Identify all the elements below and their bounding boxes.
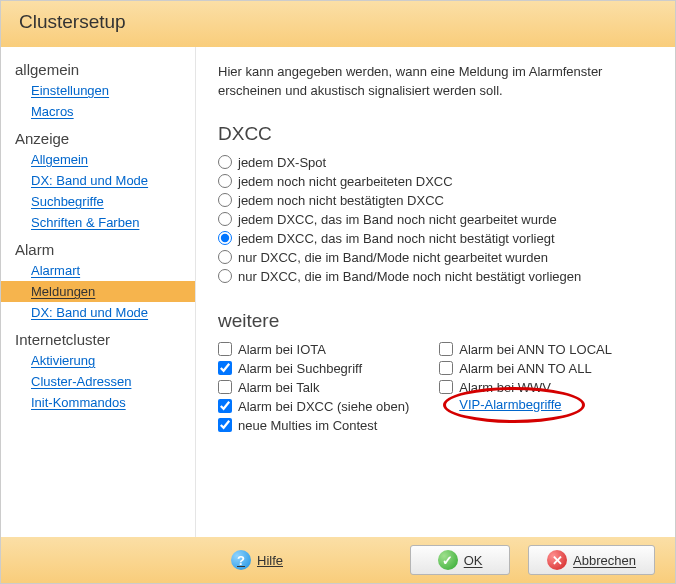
footer-bar: ? Hilfe ✓ OK ✕ Abbrechen xyxy=(1,537,675,583)
dxcc-option-label: jedem noch nicht bestätigten DXCC xyxy=(238,193,444,208)
sidebar-item[interactable]: Aktivierung xyxy=(1,350,195,371)
ok-label: OK xyxy=(464,553,483,568)
sidebar-group-label: Internetcluster xyxy=(1,323,195,350)
dxcc-option[interactable]: jedem noch nicht gearbeiteten DXCC xyxy=(218,172,649,191)
check-input[interactable] xyxy=(218,361,232,375)
dxcc-radio[interactable] xyxy=(218,231,232,245)
dxcc-radio[interactable] xyxy=(218,269,232,283)
dxcc-option-label: jedem noch nicht gearbeiteten DXCC xyxy=(238,174,453,189)
help-icon: ? xyxy=(231,550,251,570)
check-option[interactable]: Alarm bei DXCC (siehe oben) xyxy=(218,397,409,416)
window-title: Clustersetup xyxy=(1,1,675,47)
dxcc-option-label: nur DXCC, die im Band/Mode noch nicht be… xyxy=(238,269,581,284)
help-label: Hilfe xyxy=(257,553,283,568)
vip-alarmbegriffe-link[interactable]: VIP-Alarmbegriffe xyxy=(459,395,561,414)
dxcc-option-label: jedem DXCC, das im Band noch nicht gearb… xyxy=(238,212,557,227)
dxcc-radio[interactable] xyxy=(218,212,232,226)
weitere-title: weitere xyxy=(218,310,649,332)
sidebar: allgemeinEinstellungenMacrosAnzeigeAllge… xyxy=(1,47,196,537)
sidebar-item[interactable]: Suchbegriffe xyxy=(1,191,195,212)
dxcc-radio-group: jedem DX-Spotjedem noch nicht gearbeitet… xyxy=(218,153,649,286)
check-label: Alarm bei Talk xyxy=(238,380,319,395)
dxcc-radio[interactable] xyxy=(218,250,232,264)
intro-text: Hier kann angegeben werden, wann eine Me… xyxy=(218,63,649,101)
dxcc-option-label: jedem DXCC, das im Band noch nicht bestä… xyxy=(238,231,555,246)
check-input[interactable] xyxy=(439,380,453,394)
sidebar-group-label: Anzeige xyxy=(1,122,195,149)
dxcc-option-label: nur DXCC, die im Band/Mode nicht gearbei… xyxy=(238,250,548,265)
check-option[interactable]: Alarm bei WWV xyxy=(439,378,612,397)
check-option[interactable]: Alarm bei ANN TO LOCAL xyxy=(439,340,612,359)
check-option[interactable]: Alarm bei ANN TO ALL xyxy=(439,359,612,378)
dxcc-option[interactable]: jedem DXCC, das im Band noch nicht bestä… xyxy=(218,229,649,248)
sidebar-item[interactable]: Init-Kommandos xyxy=(1,392,195,413)
dxcc-option[interactable]: nur DXCC, die im Band/Mode noch nicht be… xyxy=(218,267,649,286)
checks-right-col: Alarm bei ANN TO LOCALAlarm bei ANN TO A… xyxy=(439,340,612,435)
content-pane: Hier kann angegeben werden, wann eine Me… xyxy=(196,47,675,537)
check-input[interactable] xyxy=(218,380,232,394)
dxcc-option[interactable]: jedem DXCC, das im Band noch nicht gearb… xyxy=(218,210,649,229)
dxcc-option[interactable]: jedem DX-Spot xyxy=(218,153,649,172)
check-option[interactable]: Alarm bei Suchbegriff xyxy=(218,359,409,378)
check-input[interactable] xyxy=(218,399,232,413)
check-option[interactable]: Alarm bei IOTA xyxy=(218,340,409,359)
dxcc-option-label: jedem DX-Spot xyxy=(238,155,326,170)
ok-icon: ✓ xyxy=(438,550,458,570)
check-input[interactable] xyxy=(218,418,232,432)
sidebar-item[interactable]: Einstellungen xyxy=(1,80,195,101)
sidebar-item[interactable]: Cluster-Adressen xyxy=(1,371,195,392)
cancel-icon: ✕ xyxy=(547,550,567,570)
check-label: Alarm bei Suchbegriff xyxy=(238,361,362,376)
check-input[interactable] xyxy=(218,342,232,356)
help-link[interactable]: ? Hilfe xyxy=(231,550,283,570)
sidebar-item[interactable]: DX: Band und Mode xyxy=(1,170,195,191)
ok-button[interactable]: ✓ OK xyxy=(410,545,510,575)
check-label: Alarm bei ANN TO ALL xyxy=(459,361,591,376)
sidebar-item[interactable]: Meldungen xyxy=(1,281,195,302)
cancel-label: Abbrechen xyxy=(573,553,636,568)
sidebar-group-label: allgemein xyxy=(1,53,195,80)
sidebar-item[interactable]: Alarmart xyxy=(1,260,195,281)
sidebar-item[interactable]: Schriften & Farben xyxy=(1,212,195,233)
check-label: Alarm bei DXCC (siehe oben) xyxy=(238,399,409,414)
check-label: neue Multies im Contest xyxy=(238,418,377,433)
dxcc-option[interactable]: nur DXCC, die im Band/Mode nicht gearbei… xyxy=(218,248,649,267)
checks-left-col: Alarm bei IOTAAlarm bei SuchbegriffAlarm… xyxy=(218,340,409,435)
sidebar-item[interactable]: Allgemein xyxy=(1,149,195,170)
dxcc-option[interactable]: jedem noch nicht bestätigten DXCC xyxy=(218,191,649,210)
check-label: Alarm bei IOTA xyxy=(238,342,326,357)
dxcc-radio[interactable] xyxy=(218,155,232,169)
check-input[interactable] xyxy=(439,342,453,356)
sidebar-group-label: Alarm xyxy=(1,233,195,260)
dxcc-radio[interactable] xyxy=(218,174,232,188)
check-input[interactable] xyxy=(439,361,453,375)
dxcc-title: DXCC xyxy=(218,123,649,145)
check-option[interactable]: Alarm bei Talk xyxy=(218,378,409,397)
sidebar-item[interactable]: Macros xyxy=(1,101,195,122)
cancel-button[interactable]: ✕ Abbrechen xyxy=(528,545,655,575)
check-option[interactable]: neue Multies im Contest xyxy=(218,416,409,435)
dxcc-radio[interactable] xyxy=(218,193,232,207)
sidebar-item[interactable]: DX: Band und Mode xyxy=(1,302,195,323)
check-label: Alarm bei ANN TO LOCAL xyxy=(459,342,612,357)
check-label: Alarm bei WWV xyxy=(459,380,551,395)
